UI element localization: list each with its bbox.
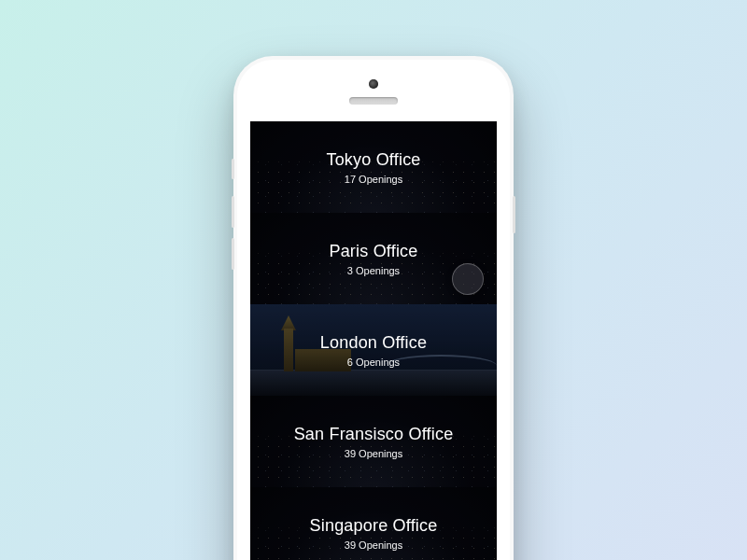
filter-button[interactable] — [452, 263, 484, 295]
volume-up-button — [232, 196, 234, 228]
mute-switch — [232, 159, 234, 179]
office-row-tokyo[interactable]: Tokyo Office 17 Openings — [250, 121, 497, 213]
earpiece-speaker — [349, 97, 398, 105]
office-openings: 6 Openings — [347, 357, 400, 368]
office-openings: 39 Openings — [345, 448, 402, 459]
office-openings: 3 Openings — [347, 265, 400, 276]
office-title: Paris Office — [329, 242, 417, 261]
office-row-singapore[interactable]: Singapore Office 39 Openings — [250, 487, 497, 560]
office-openings: 17 Openings — [345, 174, 402, 185]
office-title: Singapore Office — [310, 516, 438, 536]
office-list[interactable]: Tokyo Office 17 Openings Paris Office 3 … — [250, 121, 497, 560]
volume-down-button — [232, 238, 234, 270]
office-title: London Office — [320, 333, 427, 353]
screen: Tokyo Office 17 Openings Paris Office 3 … — [250, 121, 497, 560]
front-camera — [369, 79, 378, 89]
office-row-london[interactable]: London Office 6 Openings — [250, 304, 497, 396]
office-openings: 39 Openings — [345, 539, 402, 551]
office-title: Tokyo Office — [326, 150, 420, 170]
phone-frame: Tokyo Office 17 Openings Paris Office 3 … — [233, 56, 514, 560]
phone-body: Tokyo Office 17 Openings Paris Office 3 … — [237, 60, 510, 560]
office-row-sanfrancisco[interactable]: San Fransisco Office 39 Openings — [250, 396, 497, 487]
office-row-paris[interactable]: Paris Office 3 Openings — [250, 213, 497, 304]
power-button — [513, 196, 515, 233]
office-title: San Fransisco Office — [294, 425, 454, 444]
